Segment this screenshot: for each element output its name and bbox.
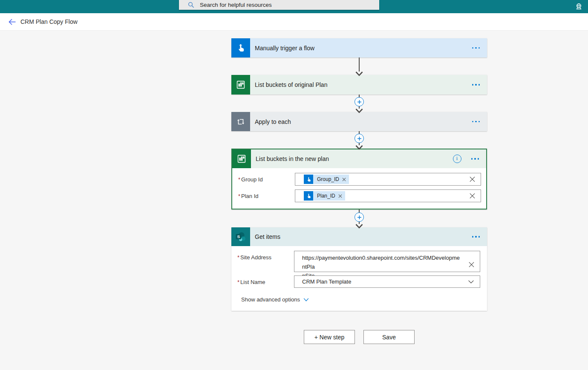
field-label: *Plan Id (238, 189, 295, 199)
close-x-icon[interactable] (469, 193, 476, 199)
arrow-down-icon (355, 144, 363, 152)
back-arrow-icon[interactable] (6, 16, 18, 28)
planner-icon (231, 75, 250, 95)
connector-line (359, 57, 360, 72)
chevron-down-icon (303, 298, 309, 301)
step-card-list-buckets-new: List buckets in the new plan i *Group Id (231, 149, 487, 209)
apply-to-each-loop-icon (231, 112, 250, 131)
insert-step-plus-icon[interactable] (355, 212, 364, 222)
connector (231, 57, 487, 75)
new-step-button[interactable]: + New step (304, 330, 355, 344)
insert-step-plus-icon[interactable] (355, 97, 364, 106)
group-id-input[interactable]: Group_ID (295, 173, 481, 186)
close-x-icon[interactable] (468, 261, 475, 268)
planner-icon (232, 149, 251, 168)
step-title: List buckets in the new plan (256, 155, 453, 162)
manual-trigger-icon (231, 38, 250, 57)
connector (231, 209, 487, 227)
token-label: Plan_ID (313, 191, 345, 201)
step-card-get-items: S Get items *Site Address https://paymen… (231, 227, 487, 311)
search-input[interactable] (200, 2, 362, 8)
svg-text:S: S (237, 234, 240, 239)
insert-step-plus-icon[interactable] (355, 134, 364, 143)
globe-icon[interactable] (574, 2, 583, 11)
required-marker: * (238, 193, 240, 199)
close-x-icon[interactable] (469, 176, 476, 183)
step-title: Manually trigger a flow (255, 45, 472, 52)
step-card-manual-trigger: Manually trigger a flow (231, 38, 487, 57)
field-row-group-id: *Group Id Group_ID (232, 173, 486, 186)
step-title: List buckets of original Plan (255, 81, 472, 88)
more-options-icon[interactable] (472, 46, 480, 51)
site-address-input[interactable]: https://paymentevolution0.sharepoint.com… (294, 251, 480, 272)
manual-trigger-icon (304, 175, 313, 184)
flow-column: Manually trigger a flow (231, 38, 487, 344)
page-title: CRM Plan Copy Flow (20, 18, 78, 25)
remove-token-icon[interactable] (338, 194, 342, 198)
required-marker: * (237, 279, 239, 285)
field-row-plan-id: *Plan Id Plan_ID (232, 189, 486, 202)
field-label: *Group Id (238, 173, 295, 183)
manual-trigger-icon (304, 191, 313, 201)
arrow-down-icon (355, 223, 363, 230)
dynamic-content-token[interactable]: Plan_ID (304, 191, 345, 201)
more-options-icon[interactable] (472, 234, 480, 239)
info-icon[interactable]: i (453, 155, 461, 163)
required-marker: * (237, 254, 239, 261)
field-label: *Site Address (237, 251, 294, 261)
required-marker: * (238, 176, 240, 183)
more-options-icon[interactable] (472, 82, 480, 87)
show-advanced-options-toggle[interactable]: Show advanced options (241, 296, 487, 303)
step-header-list-buckets-new[interactable]: List buckets in the new plan i (232, 149, 486, 168)
more-options-icon[interactable] (471, 156, 479, 161)
show-advanced-options-label: Show advanced options (241, 296, 300, 303)
list-name-value: CRM Plan Template (302, 278, 351, 285)
field-row-list-name: *List Name CRM Plan Template (231, 275, 487, 288)
plan-id-input[interactable]: Plan_ID (295, 189, 481, 202)
top-app-bar (0, 0, 588, 13)
field-row-site-address: *Site Address https://paymentevolution0.… (231, 251, 487, 272)
footer-actions: + New step Save (304, 330, 487, 344)
remove-token-icon[interactable] (342, 178, 346, 181)
list-name-dropdown[interactable]: CRM Plan Template (294, 275, 480, 288)
sharepoint-icon: S (231, 227, 250, 246)
dynamic-content-token[interactable]: Group_ID (304, 175, 349, 184)
step-header-manual-trigger[interactable]: Manually trigger a flow (231, 38, 487, 57)
flow-designer-canvas: Manually trigger a flow (0, 31, 588, 370)
step-title: Apply to each (255, 118, 472, 125)
flow-title-bar: CRM Plan Copy Flow (0, 13, 588, 31)
token-label: Group_ID (313, 175, 349, 184)
arrow-down-icon (355, 70, 363, 78)
arrow-down-icon (355, 107, 363, 115)
field-label: *List Name (237, 275, 294, 285)
chevron-down-icon[interactable] (468, 280, 474, 284)
step-title: Get items (255, 233, 472, 240)
connector (231, 95, 487, 112)
resource-search-box[interactable] (179, 0, 379, 10)
connector (231, 131, 487, 149)
search-icon (188, 2, 194, 8)
more-options-icon[interactable] (472, 119, 480, 124)
save-button[interactable]: Save (363, 330, 415, 344)
